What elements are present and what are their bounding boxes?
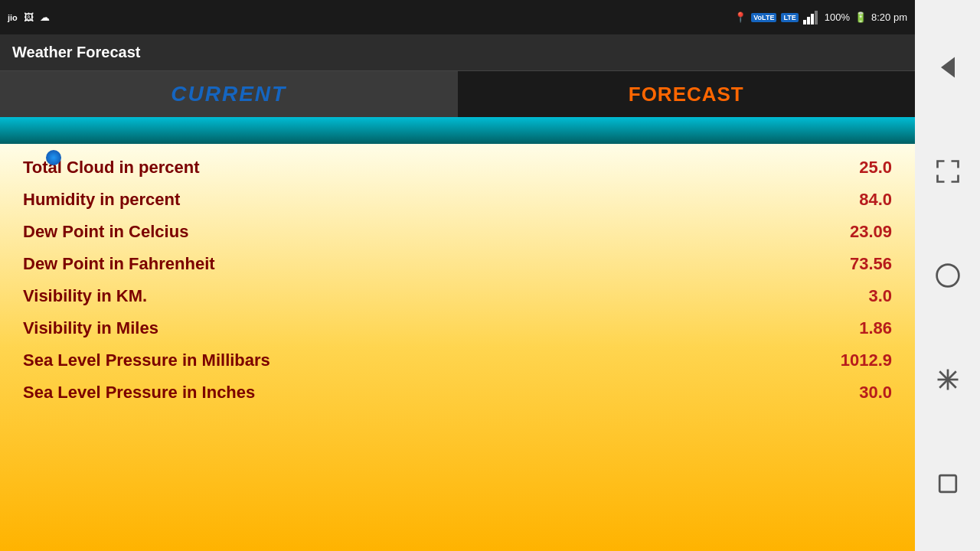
weather-value: 73.56	[850, 254, 892, 274]
svg-rect-3	[815, 11, 818, 24]
status-right: 📍 VoLTE LTE 100% 🔋 8:20 pm	[734, 11, 907, 24]
status-left: jio 🖼 ☁	[8, 11, 50, 23]
jio-label: jio	[8, 13, 18, 22]
tab-bar: CURRENT FORECAST	[0, 71, 915, 117]
table-row: Sea Level Pressure in Millibars1012.9	[15, 344, 900, 377]
phone-area: jio 🖼 ☁ 📍 VoLTE LTE 100% 🔋 8:20 pm	[0, 0, 915, 551]
recent-button[interactable]	[926, 463, 969, 505]
right-sidebar	[915, 0, 980, 551]
svg-rect-10	[939, 475, 956, 492]
weather-value: 30.0	[859, 383, 892, 403]
cloud-icon: ☁	[40, 11, 50, 23]
table-row: Sea Level Pressure in Inches30.0	[15, 377, 900, 409]
svg-marker-4	[941, 57, 955, 78]
weather-value: 1012.9	[841, 350, 892, 370]
lte-badge: LTE	[781, 13, 798, 22]
volte-badge: VoLTE	[751, 13, 776, 22]
blue-circle-indicator	[46, 150, 61, 165]
content-area: Total Cloud in percent25.0Humidity in pe…	[0, 144, 915, 551]
weather-value: 25.0	[859, 158, 892, 178]
menu-button[interactable]	[926, 359, 969, 401]
weather-label: Sea Level Pressure in Inches	[23, 383, 255, 403]
app-bar: Weather Forecast	[0, 34, 915, 71]
svg-point-5	[936, 265, 959, 287]
tab-current[interactable]: CURRENT	[0, 71, 458, 117]
svg-rect-1	[807, 17, 810, 24]
weather-label: Visibility in KM.	[23, 286, 147, 306]
square-icon	[934, 470, 962, 497]
table-row: Humidity in percent84.0	[15, 184, 900, 216]
back-button[interactable]	[926, 47, 969, 89]
weather-label: Dew Point in Fahrenheit	[23, 254, 215, 274]
table-row: Dew Point in Celcius23.09	[15, 216, 900, 248]
weather-value: 23.09	[850, 222, 892, 242]
weather-label: Dew Point in Celcius	[23, 222, 188, 242]
weather-label: Visibility in Miles	[23, 318, 158, 338]
location-icon: 📍	[734, 11, 746, 23]
table-row: Total Cloud in percent25.0	[15, 152, 900, 184]
grid-icon	[934, 366, 962, 393]
signal-icon	[803, 11, 820, 24]
status-bar: jio 🖼 ☁ 📍 VoLTE LTE 100% 🔋 8:20 pm	[0, 0, 915, 34]
back-icon	[934, 54, 962, 81]
weather-rows: Total Cloud in percent25.0Humidity in pe…	[15, 152, 900, 409]
weather-value: 1.86	[859, 318, 892, 338]
tab-current-label: CURRENT	[171, 82, 286, 106]
weather-label: Sea Level Pressure in Millibars	[23, 350, 270, 370]
weather-label: Humidity in percent	[23, 190, 180, 210]
expand-button[interactable]	[926, 151, 969, 193]
home-button[interactable]	[926, 255, 969, 297]
app-title: Weather Forecast	[12, 44, 140, 61]
table-row: Visibility in KM.3.0	[15, 280, 900, 312]
expand-icon	[934, 158, 962, 185]
weather-value: 84.0	[859, 190, 892, 210]
battery-percent: 100%	[825, 11, 850, 23]
svg-rect-0	[803, 20, 806, 24]
time-display: 8:20 pm	[871, 11, 907, 23]
battery-icon: 🔋	[854, 11, 867, 23]
tab-forecast-label: FORECAST	[629, 83, 744, 106]
svg-rect-2	[811, 14, 814, 24]
table-row: Visibility in Miles1.86	[15, 312, 900, 344]
weather-value: 3.0	[868, 286, 892, 306]
circle-icon	[934, 262, 962, 289]
photo-icon: 🖼	[24, 11, 34, 23]
table-row: Dew Point in Fahrenheit73.56	[15, 248, 900, 280]
tab-forecast[interactable]: FORECAST	[458, 71, 916, 117]
cyan-banner	[0, 117, 915, 144]
